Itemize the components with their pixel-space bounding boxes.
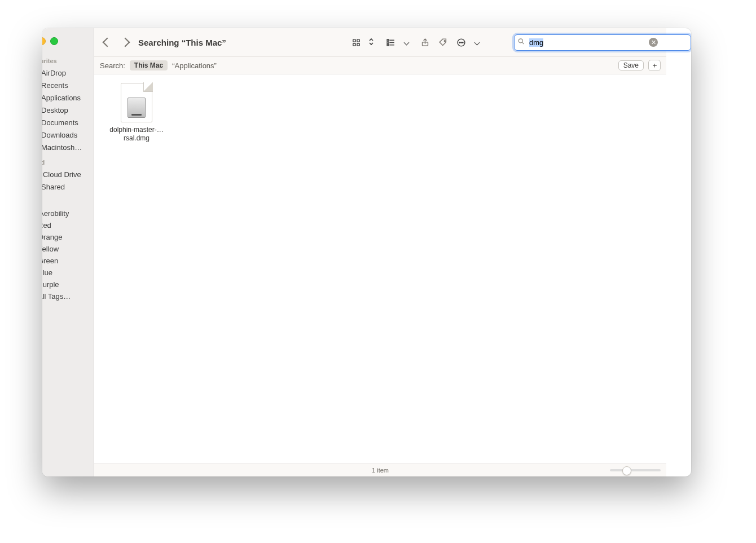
share-button[interactable] [417,35,432,50]
status-text: 1 item [372,467,389,474]
svg-point-22 [518,39,522,43]
view-updown-icon [368,37,374,48]
window-title: Searching “This Mac” [138,38,226,47]
sidebar-item-label: iCloud Drive [42,170,81,179]
svg-point-20 [460,42,461,42]
search-field-wrap: ✕ [514,34,661,51]
svg-rect-10 [387,39,389,41]
svg-rect-8 [353,43,355,45]
sidebar-section-icloud: iCloud [42,153,94,168]
fullscreen-window-button[interactable] [50,37,58,45]
svg-rect-12 [387,44,389,46]
sidebar-tag-purple[interactable]: Purple [42,279,91,290]
svg-rect-11 [387,42,389,43]
sidebar-item-label: Green [42,257,58,265]
sidebar-section-favourites: Favourites [42,52,94,67]
toolbar-more-actions [454,35,479,50]
sidebar-item-recents[interactable]: Recents [42,79,91,91]
search-scope-bar: Search: This Mac “Applications” Save ＋ [94,57,666,74]
sidebar-tag-yellow[interactable]: Yellow [42,243,91,255]
sidebar-tag-orange[interactable]: Orange [42,231,91,243]
sidebar-section-tags: Tags [42,193,94,208]
svg-rect-6 [353,39,355,41]
more-actions-button[interactable] [454,35,468,50]
svg-rect-9 [357,43,359,45]
sidebar-item-label: Recents [42,81,68,90]
search-input[interactable] [514,34,691,51]
svg-point-21 [462,42,463,42]
save-search-button[interactable]: Save [618,60,644,70]
sidebar-tag-red[interactable]: Red [42,219,91,231]
nav-back-button[interactable] [100,35,115,50]
view-as-icons-button[interactable] [349,35,363,50]
scope-applications[interactable]: “Applications” [172,61,217,70]
sidebar-item-label: Red [42,221,51,229]
sidebar-item-label: Shared [42,183,65,191]
clear-search-button[interactable]: ✕ [649,38,658,47]
tags-button[interactable] [436,35,450,50]
sidebar-item-macintosh-hd[interactable]: Macintosh… [42,141,91,153]
sidebar-tag-blue[interactable]: Blue [42,267,91,279]
window-controls [42,34,94,52]
finder-window: Favourites AirDrop Recents Applications [42,28,691,476]
result-filename: dolphin-master-…rsal.dmg [103,126,170,143]
sidebar-item-label: AirDrop [42,69,66,77]
status-bar: 1 item [94,463,666,476]
sidebar-item-label: Aerobility [42,209,69,218]
sidebar-item-label: Macintosh… [42,143,82,152]
toolbar-group-sort [383,35,408,50]
svg-point-19 [459,42,459,42]
svg-point-17 [444,40,445,41]
nav-forward-button[interactable] [118,35,133,50]
sidebar-item-label: Orange [42,233,62,241]
sidebar-item-label: Blue [42,268,52,277]
sidebar-item-label: Downloads [42,131,77,139]
sidebar-item-label: Yellow [42,245,59,253]
sidebar: Favourites AirDrop Recents Applications [42,28,94,476]
sidebar-item-label: Desktop [42,106,68,114]
svg-rect-7 [357,39,359,41]
toolbar: Searching “This Mac” [94,28,666,57]
sidebar-item-applications[interactable]: Applications [42,91,91,104]
sidebar-item-label: Purple [42,280,59,289]
sidebar-item-documents[interactable]: Documents [42,116,91,129]
sidebar-tag-aerobility[interactable]: Aerobility [42,208,91,219]
scope-this-mac[interactable]: This Mac [130,60,168,70]
sidebar-item-downloads[interactable]: Downloads [42,129,91,141]
toolbar-view-controls [349,35,374,50]
result-item[interactable]: dolphin-master-…rsal.dmg [103,83,170,143]
sidebar-item-icloud-drive[interactable]: iCloud Drive [42,168,91,180]
sidebar-item-label: Applications [42,94,81,102]
results-area: dolphin-master-…rsal.dmg [94,74,666,463]
sidebar-item-label: Documents [42,118,78,127]
svg-line-23 [522,42,524,44]
sidebar-item-label: All Tags… [42,292,71,301]
group-by-button[interactable] [383,35,398,50]
sidebar-item-shared[interactable]: Shared [42,180,91,193]
icon-size-slider[interactable] [610,469,661,471]
sidebar-tag-green[interactable]: Green [42,255,91,267]
dmg-file-icon [121,83,152,122]
minimize-window-button[interactable] [42,37,46,45]
chevron-down-icon [474,39,480,45]
sidebar-item-desktop[interactable]: Desktop [42,104,91,116]
chevron-down-icon [404,39,410,45]
main-area: Searching “This Mac” [94,28,666,476]
sidebar-item-airdrop[interactable]: AirDrop [42,67,91,79]
add-search-criteria-button[interactable]: ＋ [648,60,661,71]
scope-label: Search: [100,61,125,70]
sidebar-tag-all[interactable]: All Tags… [42,290,91,302]
search-icon [517,38,525,47]
